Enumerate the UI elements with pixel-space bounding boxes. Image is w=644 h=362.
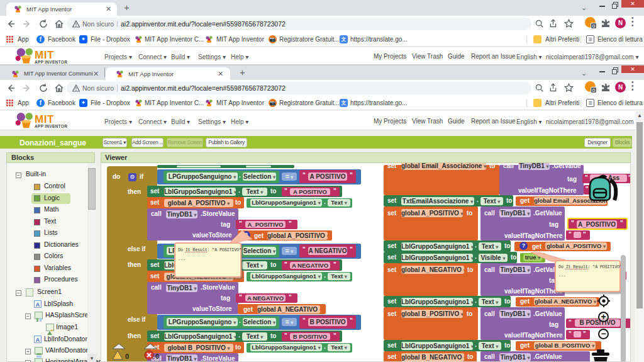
svg-text:0: 0 xyxy=(155,353,159,360)
svg-text:0: 0 xyxy=(125,353,129,360)
